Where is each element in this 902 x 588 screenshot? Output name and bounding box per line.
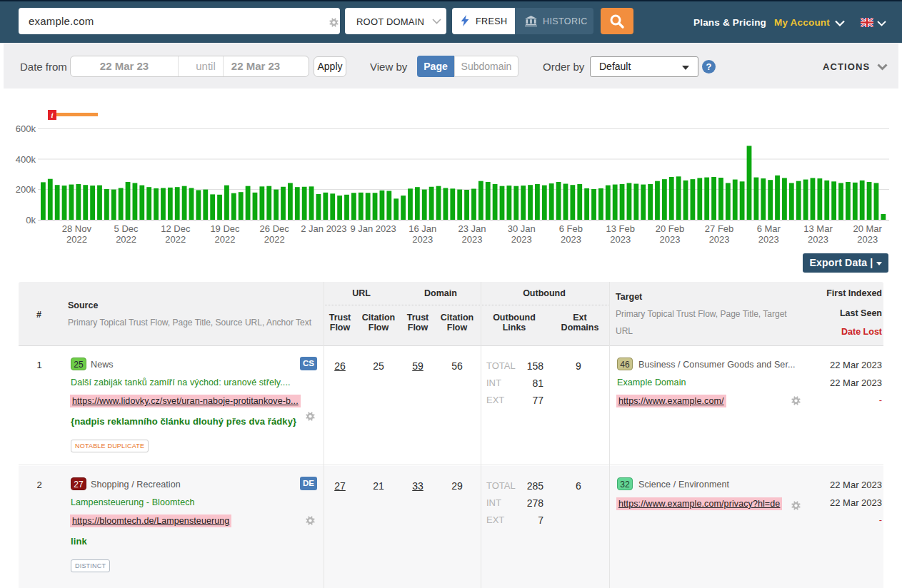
svg-text:2022: 2022 bbox=[264, 234, 285, 245]
svg-text:600k: 600k bbox=[16, 123, 36, 134]
svg-text:20 Mar: 20 Mar bbox=[853, 223, 882, 234]
svg-text:30 Jan: 30 Jan bbox=[508, 223, 536, 234]
svg-text:13 Feb: 13 Feb bbox=[606, 223, 634, 234]
svg-text:5 Dec: 5 Dec bbox=[114, 223, 139, 234]
svg-text:2022: 2022 bbox=[116, 234, 136, 245]
svg-text:20 Feb: 20 Feb bbox=[656, 223, 684, 234]
svg-text:9 Jan 2023: 9 Jan 2023 bbox=[350, 223, 396, 234]
svg-text:13 Mar: 13 Mar bbox=[803, 223, 833, 234]
svg-text:12 Dec: 12 Dec bbox=[161, 223, 191, 234]
svg-text:19 Dec: 19 Dec bbox=[210, 223, 240, 234]
svg-text:2 Jan 2023: 2 Jan 2023 bbox=[301, 223, 346, 234]
svg-text:2023: 2023 bbox=[709, 234, 730, 245]
svg-text:28 Nov: 28 Nov bbox=[62, 223, 92, 234]
svg-text:16 Jan: 16 Jan bbox=[409, 223, 436, 234]
svg-text:2022: 2022 bbox=[66, 234, 87, 245]
svg-text:26 Dec: 26 Dec bbox=[260, 223, 290, 234]
svg-text:27 Feb: 27 Feb bbox=[705, 223, 733, 234]
svg-text:2023: 2023 bbox=[561, 234, 581, 245]
svg-text:2023: 2023 bbox=[610, 234, 631, 245]
svg-text:400k: 400k bbox=[16, 154, 36, 165]
svg-text:6 Feb: 6 Feb bbox=[559, 223, 583, 234]
svg-text:2022: 2022 bbox=[215, 234, 236, 245]
svg-text:2022: 2022 bbox=[165, 234, 186, 245]
svg-text:23 Jan: 23 Jan bbox=[458, 223, 486, 234]
svg-text:2023: 2023 bbox=[462, 234, 483, 245]
svg-text:200k: 200k bbox=[16, 184, 36, 195]
svg-text:2023: 2023 bbox=[511, 234, 532, 245]
svg-text:2023: 2023 bbox=[659, 234, 680, 245]
svg-text:6 Mar: 6 Mar bbox=[757, 223, 781, 234]
svg-text:2023: 2023 bbox=[758, 234, 779, 245]
svg-text:2023: 2023 bbox=[412, 234, 433, 245]
svg-text:2023: 2023 bbox=[808, 234, 828, 245]
svg-text:2023: 2023 bbox=[857, 234, 878, 245]
svg-text:0k: 0k bbox=[26, 215, 36, 225]
